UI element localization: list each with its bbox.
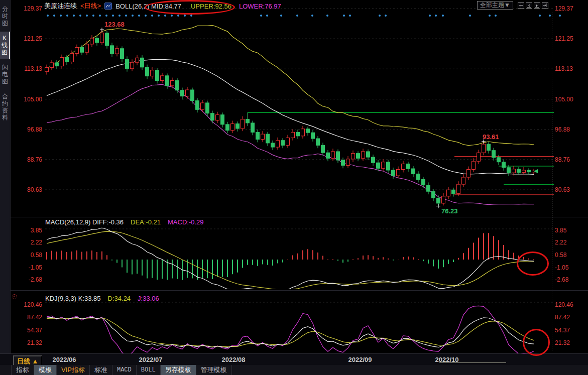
expand-time-axis-icon[interactable] <box>534 2 540 9</box>
toolbar-item-1[interactable]: 指标 <box>11 365 34 375</box>
theme-dropdown[interactable]: 全部主题▼ <box>477 1 513 10</box>
annotation-circle <box>145 0 235 15</box>
panel-divider <box>10 217 588 217</box>
trading-app-window: 分时图K线图闪电图合约资料 美原油连续 <日线> BOLL(26,2) MID:… <box>0 0 588 375</box>
shift-view-right-icon[interactable] <box>542 2 548 9</box>
main-axis-label-left: 105.00 <box>11 96 42 103</box>
main-axis-label-left: 80.63 <box>11 186 42 193</box>
sidebar-tab-4[interactable]: 合约资料 <box>0 90 10 124</box>
macd-axis-label-left: 2.22 <box>11 239 42 246</box>
date-axis-row: 日线 ▲ 2022/062022/072022/082022/092022/10 <box>0 353 588 365</box>
kdj-axis-label-right: 54.37 <box>555 327 586 334</box>
kdj-axis-label-left: 120.46 <box>11 301 42 308</box>
macd-axis-label-right: 3.85 <box>555 227 586 234</box>
macd-diff-readout: MACD(26,12,9) DIFF:-0.36 <box>45 218 124 226</box>
kdj-panel-header: KDJ(9,3,3) K:33.85D:34.24J:33.06 <box>45 295 159 302</box>
macd-axis-label-right: 0.58 <box>555 252 586 259</box>
kdj-axis-label-right: 87.42 <box>555 314 586 321</box>
main-axis-label-right: 105.00 <box>555 96 586 103</box>
key-price-label: 123.68 <box>104 21 125 28</box>
kdj-j-readout: J:33.06 <box>138 295 159 302</box>
macd-panel-header: MACD(26,12,9) DIFF:-0.36DEA:-0.21MACD:-0… <box>45 218 204 226</box>
toolbar-item-5[interactable]: MACD <box>112 365 137 375</box>
pan-tool-icon[interactable] <box>518 2 524 9</box>
kdj-axis-label-right: 21.32 <box>555 339 586 346</box>
indicator-chart-icon <box>104 3 112 10</box>
date-axis-label: 2022/07 <box>131 356 171 363</box>
main-axis-label-right: 96.88 <box>555 126 586 133</box>
main-axis-label-left: 96.88 <box>11 126 42 133</box>
boll-lower-readout: LOWER:76.97 <box>239 3 281 10</box>
main-axis-label-left: 113.13 <box>11 65 42 72</box>
macd-axis-label-left: -1.05 <box>11 264 42 271</box>
macd-axis-label-left: -2.68 <box>11 276 42 283</box>
main-axis-label-left: 88.76 <box>11 156 42 163</box>
main-axis-label-left: 129.37 <box>11 5 42 12</box>
main-axis-label-left: 121.25 <box>11 35 42 42</box>
macd-axis-label-left: 3.85 <box>11 227 42 234</box>
kdj-d-readout: D:34.24 <box>108 295 131 302</box>
sidebar-tab-1[interactable]: 分时图 <box>0 3 10 30</box>
kdj-axis-label-left: 87.42 <box>11 314 42 321</box>
sidebar-tab-2[interactable]: K线图 <box>0 32 10 59</box>
kdj-axis-label-left: 54.37 <box>11 327 42 334</box>
chart-controls: 全部主题▼ <box>477 1 548 10</box>
main-axis-label-right: 113.13 <box>555 65 586 72</box>
key-price-label: 93.61 <box>483 133 499 141</box>
date-axis-label: 2022/09 <box>340 356 380 363</box>
annotation-circle <box>523 329 550 356</box>
main-axis-label-right: 88.76 <box>555 156 586 163</box>
macd-axis-label-right: -1.05 <box>555 264 586 271</box>
toolbar-item-3[interactable]: VIP指标 <box>57 365 90 375</box>
macd-axis-label-right: -2.68 <box>555 276 586 283</box>
kdj-axis-label-left: 21.32 <box>11 339 42 346</box>
symbol-name: 美原油连续 <box>44 2 77 11</box>
kdj-axis-label-right: 120.46 <box>555 301 586 308</box>
date-axis-label: 2022/08 <box>213 356 254 363</box>
date-axis-label: 2022/06 <box>44 356 84 363</box>
main-axis-label-right: 121.25 <box>555 35 586 42</box>
key-price-label: 76.23 <box>441 207 458 215</box>
toolbar-item-8[interactable]: 管理模板 <box>196 365 232 375</box>
panel-divider <box>10 290 588 291</box>
macd-dea-readout: DEA:-0.21 <box>131 218 161 226</box>
main-axis-label-right: 129.37 <box>555 5 586 12</box>
compress-time-axis-icon[interactable] <box>526 2 532 9</box>
macd-axis-label-left: 0.58 <box>11 252 42 259</box>
toolbar-item-2[interactable]: 模板 <box>34 365 57 375</box>
sidebar-tab-3[interactable]: 闪电图 <box>0 61 10 88</box>
kdj-k-readout: KDJ(9,3,3) K:33.85 <box>45 295 101 302</box>
macd-macd-readout: MACD:-0.29 <box>168 218 204 226</box>
indicator-marker-icon[interactable] <box>12 294 17 299</box>
chart-canvas[interactable] <box>0 0 588 375</box>
left-sidebar: 分时图K线图闪电图合约资料 <box>0 0 11 365</box>
toolbar-item-7[interactable]: 另存模板 <box>161 365 196 375</box>
bottom-toolbar: 指标模板VIP指标标准MACDBOLL另存模板管理模板 <box>0 365 588 375</box>
annotation-circle <box>517 252 549 276</box>
macd-axis-label-right: 2.22 <box>555 239 586 246</box>
main-axis-label-right: 80.63 <box>555 186 586 193</box>
toolbar-item-4[interactable]: 标准 <box>90 365 112 375</box>
scrollbar-thumb[interactable] <box>439 362 506 363</box>
period-tag: <日线> <box>80 2 101 11</box>
toolbar-item-6[interactable]: BOLL <box>137 365 161 375</box>
